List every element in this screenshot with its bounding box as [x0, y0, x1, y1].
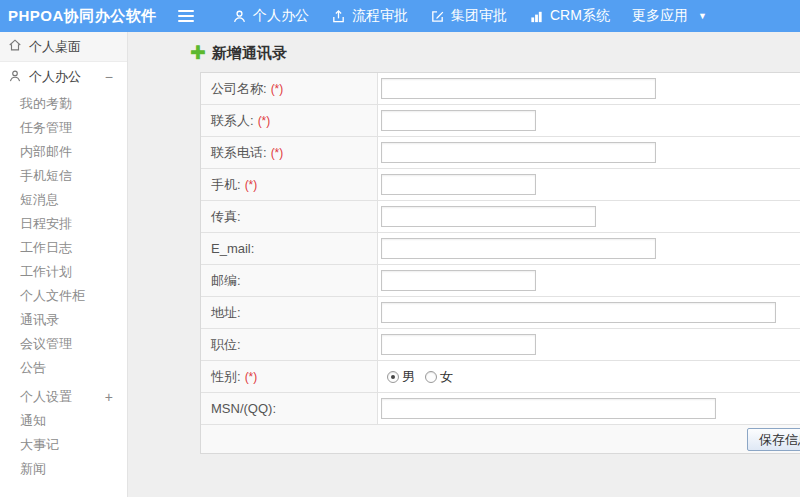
sidebar-item-label: 我的考勤 [20, 95, 72, 113]
sidebar-item-label: 公告 [20, 359, 46, 377]
menu-item-crm-system[interactable]: CRM系统 [529, 7, 610, 25]
sidebar-item-label: 通讯录 [20, 311, 59, 329]
menu-item-workflow-approval[interactable]: 流程审批 [331, 7, 408, 25]
sidebar-item-label: 日程安排 [20, 215, 72, 233]
field-label: 职位: [211, 336, 241, 354]
sidebar-item-announcement[interactable]: 公告 [0, 356, 127, 380]
topbar: PHPOA协同办公软件 个人办公 流程审批 [0, 0, 800, 32]
user-icon [8, 69, 22, 86]
sidebar-group-personal-office[interactable]: 个人办公 − [0, 62, 127, 92]
gender-radio-group: 男 女 [381, 368, 463, 386]
sidebar-group-personal-settings[interactable]: 个人设置 + [0, 385, 127, 409]
expand-icon[interactable]: + [105, 389, 113, 405]
form-row-address: 地址: [201, 297, 800, 329]
address-input[interactable] [381, 302, 776, 323]
sidebar-item-label: 短消息 [20, 191, 59, 209]
field-label: 地址: [211, 304, 241, 322]
app-title: PHPOA协同办公软件 [0, 7, 162, 26]
sidebar-item-meeting-management[interactable]: 会议管理 [0, 332, 127, 356]
sidebar-item-work-plan[interactable]: 工作计划 [0, 260, 127, 284]
sidebar-item-label: 工作日志 [20, 239, 72, 257]
required-marker: (*) [271, 82, 284, 96]
sidebar-item-short-message[interactable]: 短消息 [0, 188, 127, 212]
radio-checked-icon[interactable] [387, 371, 399, 383]
sidebar-item-label: 大事记 [20, 436, 59, 454]
sidebar-item-internal-mail[interactable]: 内部邮件 [0, 140, 127, 164]
sidebar-item-milestones[interactable]: 大事记 [0, 433, 127, 457]
company-name-input[interactable] [381, 78, 656, 99]
form-row-mobile: 手机:(*) [201, 169, 800, 201]
new-contact-form: 公司名称:(*) 联系人:(*) 联系电话:(*) 手机:(*) 传真: E_m [200, 72, 800, 454]
form-row-company-name: 公司名称:(*) [201, 73, 800, 105]
hamburger-menu-icon[interactable] [174, 6, 198, 26]
sidebar-item-file-cabinet[interactable]: 个人文件柜 [0, 284, 127, 308]
sidebar-item-sms[interactable]: 手机短信 [0, 164, 127, 188]
field-label: 传真: [211, 208, 241, 226]
field-label: 公司名称: [211, 80, 267, 98]
contact-person-input[interactable] [381, 110, 536, 131]
sidebar: 个人桌面 个人办公 − 我的考勤 任务管理 内部邮件 手机短信 短消息 日程安排… [0, 32, 128, 497]
field-label: E_mail: [211, 241, 254, 256]
share-icon [331, 9, 346, 24]
save-button[interactable]: 保存信息 [747, 428, 800, 451]
menu-item-personal-office[interactable]: 个人办公 [232, 7, 309, 25]
required-marker: (*) [245, 370, 258, 384]
required-marker: (*) [258, 114, 271, 128]
form-row-fax: 传真: [201, 201, 800, 233]
user-icon [232, 9, 247, 24]
add-icon: ✚ [190, 44, 206, 62]
content-area: ✚ 新增通讯录 公司名称:(*) 联系人:(*) 联系电话:(*) 手机:(*) [128, 32, 800, 497]
form-row-gender: 性别:(*) 男 女 [201, 361, 800, 393]
menu-item-more-apps[interactable]: 更多应用 ▼ [632, 7, 707, 25]
email-input[interactable] [381, 238, 656, 259]
zip-code-input[interactable] [381, 270, 536, 291]
home-icon [8, 38, 22, 55]
sidebar-item-news[interactable]: 新闻 [0, 457, 127, 481]
sidebar-item-label: 工作计划 [20, 263, 72, 281]
field-label: 联系人: [211, 112, 254, 130]
form-row-msn-qq: MSN/(QQ): [201, 393, 800, 425]
chevron-down-icon: ▼ [698, 11, 707, 21]
fax-input[interactable] [381, 206, 596, 227]
menu-label: 更多应用 [632, 7, 688, 25]
field-label: 性别: [211, 368, 241, 386]
edit-icon [430, 9, 445, 24]
required-marker: (*) [271, 146, 284, 160]
menu-label: 个人办公 [253, 7, 309, 25]
field-label: 手机: [211, 176, 241, 194]
mobile-input[interactable] [381, 174, 536, 195]
position-input[interactable] [381, 334, 536, 355]
phone-input[interactable] [381, 142, 656, 163]
radio-label: 女 [440, 368, 453, 386]
sidebar-item-desktop[interactable]: 个人桌面 [0, 32, 127, 62]
field-label: 联系电话: [211, 144, 267, 162]
page-title-text: 新增通讯录 [212, 44, 287, 63]
radio-unchecked-icon[interactable] [425, 371, 437, 383]
gender-female-option[interactable]: 女 [425, 368, 453, 386]
radio-label: 男 [402, 368, 415, 386]
form-footer: 保存信息 [201, 425, 800, 454]
sidebar-item-notice[interactable]: 通知 [0, 409, 127, 433]
sidebar-item-label: 内部邮件 [20, 143, 72, 161]
sidebar-item-task-management[interactable]: 任务管理 [0, 116, 127, 140]
menu-item-group-approval[interactable]: 集团审批 [430, 7, 507, 25]
field-label: MSN/(QQ): [211, 401, 276, 416]
form-row-email: E_mail: [201, 233, 800, 265]
form-row-contact-person: 联系人:(*) [201, 105, 800, 137]
sidebar-item-label: 个人桌面 [29, 38, 81, 56]
top-menu: 个人办公 流程审批 集团审批 [210, 7, 707, 25]
sidebar-item-label: 个人文件柜 [20, 287, 85, 305]
sidebar-item-contacts[interactable]: 通讯录 [0, 308, 127, 332]
gender-male-option[interactable]: 男 [387, 368, 415, 386]
collapse-icon[interactable]: − [105, 69, 113, 85]
sidebar-item-label: 手机短信 [20, 167, 72, 185]
field-label: 邮编: [211, 272, 241, 290]
sidebar-item-work-log[interactable]: 工作日志 [0, 236, 127, 260]
page-title: ✚ 新增通讯录 [190, 42, 800, 64]
msn-qq-input[interactable] [381, 398, 716, 419]
required-marker: (*) [245, 178, 258, 192]
form-row-zip-code: 邮编: [201, 265, 800, 297]
sidebar-item-schedule[interactable]: 日程安排 [0, 212, 127, 236]
sidebar-item-label: 会议管理 [20, 335, 72, 353]
sidebar-item-attendance[interactable]: 我的考勤 [0, 92, 127, 116]
